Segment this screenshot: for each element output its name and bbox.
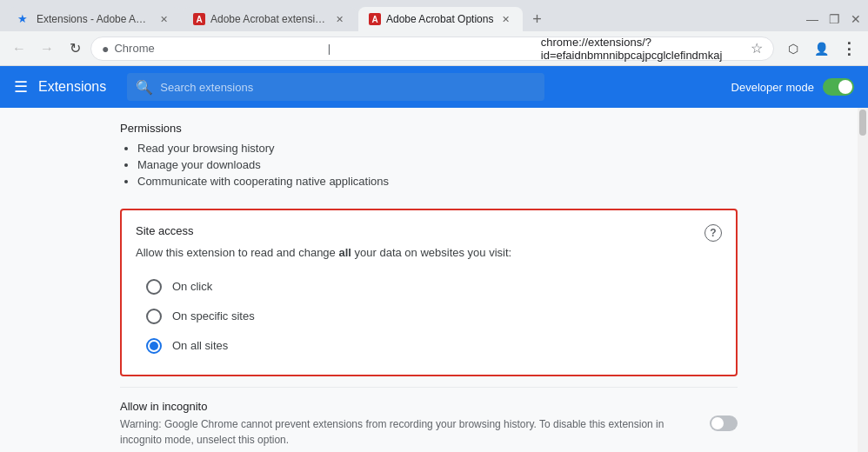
address-bar[interactable]: ● Chrome | chrome://extensions/?id=efaid…	[90, 37, 774, 61]
site-access-description: Allow this extension to read and change …	[136, 244, 722, 262]
tab-1-label: Extensions - Adobe Acrobat	[37, 13, 151, 25]
incognito-content: Allow in incognito Warning: Google Chrom…	[120, 400, 696, 448]
incognito-toggle[interactable]	[710, 415, 738, 431]
permissions-title: Permissions	[120, 122, 738, 135]
extensions-title: Extensions	[38, 79, 106, 95]
tab-3-icon: A	[369, 13, 381, 25]
scrollbar-track[interactable]	[858, 108, 868, 452]
radio-on-specific-button[interactable]	[146, 309, 162, 324]
site-access-desc-suffix: your data on websites you visit:	[351, 246, 511, 259]
search-box[interactable]: 🔍	[127, 73, 544, 101]
reload-button[interactable]: ↻	[63, 37, 87, 61]
hamburger-icon[interactable]: ☰	[14, 77, 28, 96]
address-icon: ●	[102, 42, 109, 56]
address-separator: |	[328, 42, 532, 55]
back-button[interactable]: ←	[7, 37, 31, 61]
radio-on-all-button[interactable]	[146, 338, 162, 354]
window-controls: — ❐ ✕	[806, 12, 861, 31]
nav-bar: ← → ↻ ● Chrome | chrome://extensions/?id…	[0, 31, 868, 66]
permission-item-1: Read your browsing history	[137, 142, 738, 155]
extensions-header: ☰ Extensions 🔍 Developer mode	[0, 66, 868, 108]
address-chrome-label: Chrome	[114, 42, 318, 55]
radio-on-click[interactable]: On click	[136, 272, 722, 302]
tab-2-icon: A	[193, 13, 205, 25]
incognito-row: Allow in incognito Warning: Google Chrom…	[120, 400, 738, 448]
radio-on-all-inner	[150, 342, 158, 350]
tab-2-label: Adobe Acrobat extension for Go...	[210, 13, 327, 25]
dev-mode-label: Developer mode	[731, 81, 814, 94]
tab-3-close[interactable]: ✕	[498, 12, 512, 26]
tab-1[interactable]: ★ Extensions - Adobe Acrobat ✕	[7, 7, 181, 31]
incognito-toggle-wrapper	[710, 415, 738, 431]
incognito-description: Warning: Google Chrome cannot prevent ex…	[120, 416, 696, 448]
incognito-section: Allow in incognito Warning: Google Chrom…	[120, 387, 738, 453]
tab-3[interactable]: A Adobe Acrobat Options ✕	[358, 7, 523, 31]
radio-on-click-button[interactable]	[146, 279, 162, 295]
forward-button[interactable]: →	[35, 37, 59, 61]
tab-2-close[interactable]: ✕	[332, 12, 346, 26]
permissions-list: Read your browsing history Manage your d…	[120, 142, 738, 188]
profile-button[interactable]: 👤	[809, 37, 833, 61]
restore-button[interactable]: ❐	[829, 12, 840, 26]
browser-frame: ★ Extensions - Adobe Acrobat ✕ A Adobe A…	[0, 0, 868, 452]
permission-item-2: Manage your downloads	[137, 158, 738, 171]
radio-on-all[interactable]: On all sites	[136, 331, 722, 361]
tab-1-close[interactable]: ✕	[157, 12, 170, 26]
search-input[interactable]	[160, 81, 536, 94]
minimize-button[interactable]: —	[806, 12, 818, 26]
scrollbar-thumb[interactable]	[859, 110, 866, 136]
help-icon[interactable]: ?	[704, 224, 722, 242]
close-button[interactable]: ✕	[851, 12, 861, 26]
radio-on-specific[interactable]: On specific sites	[136, 302, 722, 331]
permissions-section: Permissions Read your browsing history M…	[120, 108, 738, 198]
radio-on-click-label: On click	[172, 280, 212, 293]
extensions-menu-button[interactable]: ⬡	[781, 37, 805, 61]
dev-mode-toggle[interactable]	[823, 78, 854, 96]
new-tab-button[interactable]: +	[524, 7, 549, 31]
site-access-box: Site access Allow this extension to read…	[120, 209, 738, 376]
site-access-desc-bold: all	[338, 246, 351, 259]
address-url: chrome://extensions/?id=efaidnbmnnibpcaj…	[541, 36, 745, 62]
site-access-desc-prefix: Allow this extension to read and change	[136, 246, 338, 259]
incognito-title: Allow in incognito	[120, 400, 696, 413]
tab-3-label: Adobe Acrobat Options	[386, 13, 493, 25]
permission-item-3: Communicate with cooperating native appl…	[137, 175, 738, 188]
more-menu-button[interactable]: ⋮	[837, 37, 861, 61]
tab-1-icon: ★	[17, 12, 31, 26]
title-bar: ★ Extensions - Adobe Acrobat ✕ A Adobe A…	[0, 0, 868, 31]
radio-on-specific-label: On specific sites	[172, 309, 255, 322]
tab-2[interactable]: A Adobe Acrobat extension for Go... ✕	[183, 7, 357, 31]
bookmark-star[interactable]: ☆	[751, 40, 763, 56]
main-content: Permissions Read your browsing history M…	[0, 108, 868, 452]
search-icon: 🔍	[136, 79, 153, 96]
radio-on-all-label: On all sites	[172, 339, 228, 352]
site-access-title: Site access	[136, 224, 722, 237]
nav-right-icons: ⬡ 👤 ⋮	[781, 37, 861, 61]
developer-mode-section: Developer mode	[731, 78, 854, 96]
